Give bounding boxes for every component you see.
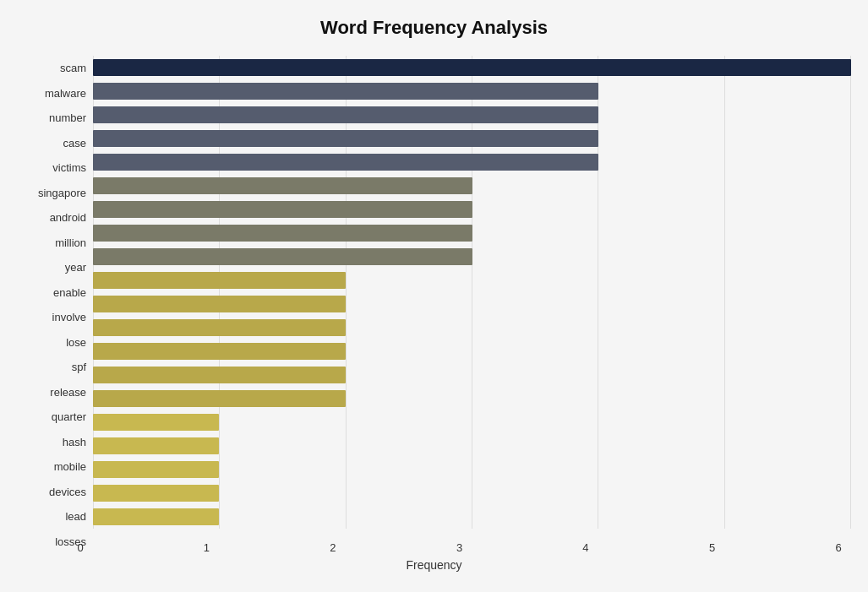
x-tick-0: 0 [68,541,93,554]
y-label-million: million [55,231,86,256]
y-label-year: year [65,255,86,280]
bar-row-singapore [93,174,851,198]
x-axis-labels: 0123456 [93,529,851,554]
x-tick-6: 6 [826,541,851,554]
bar-row-involve [93,292,851,316]
y-label-android: android [50,205,86,231]
bar-spf [93,343,346,360]
y-label-enable: enable [53,280,86,306]
y-label-hash: hash [63,430,86,455]
bar-mobile [93,437,219,454]
bars-container [93,56,851,529]
chart-area: scammalwarenumbercasevictimssingaporeand… [17,56,851,554]
bar-lead [93,485,219,502]
bar-row-lose [93,316,851,339]
x-axis-title: Frequency [17,558,851,572]
bar-row-lead [93,481,851,505]
bar-row-case [93,127,851,150]
bar-losses [93,508,219,525]
bar-quarter [93,390,346,407]
bar-row-malware [93,79,851,103]
y-label-number: number [49,106,86,131]
bar-row-enable [93,269,851,292]
bar-row-android [93,198,851,221]
y-axis: scammalwarenumbercasevictimssingaporeand… [17,56,93,554]
bar-row-devices [93,458,851,481]
bar-year [93,248,472,265]
bar-lose [93,319,346,336]
chart-title: Word Frequency Analysis [17,17,851,39]
bar-row-release [93,363,851,387]
bar-row-victims [93,150,851,174]
bar-scam [93,59,851,76]
x-tick-1: 1 [194,541,219,554]
bar-row-scam [93,56,851,79]
y-label-release: release [50,380,86,405]
chart-container: Word Frequency Analysis scammalwarenumbe… [0,0,868,592]
y-label-case: case [63,131,86,156]
bar-victims [93,154,598,171]
bar-involve [93,296,346,312]
y-label-lead: lead [65,504,86,530]
y-label-quarter: quarter [52,405,86,430]
y-label-devices: devices [49,480,86,505]
y-label-scam: scam [60,56,86,81]
x-tick-3: 3 [447,541,472,554]
bar-row-million [93,221,851,245]
bar-row-mobile [93,434,851,458]
bar-case [93,130,598,147]
bar-android [93,201,472,218]
bar-row-quarter [93,387,851,410]
bars-and-grid: 0123456 [93,56,851,554]
y-label-malware: malware [45,81,86,106]
y-label-spf: spf [72,355,86,380]
bar-enable [93,272,346,289]
bar-row-losses [93,505,851,529]
x-tick-4: 4 [573,541,598,554]
bar-malware [93,83,598,100]
bar-hash [93,414,219,431]
bar-million [93,225,472,242]
bar-devices [93,461,219,478]
bar-number [93,106,598,123]
y-label-involve: involve [52,305,86,330]
bar-row-hash [93,410,851,434]
y-label-victims: victims [52,155,86,181]
bar-release [93,367,346,383]
bar-singapore [93,177,472,194]
x-tick-5: 5 [700,541,725,554]
y-label-lose: lose [66,330,86,356]
bar-row-year [93,245,851,269]
bar-row-number [93,103,851,127]
y-label-singapore: singapore [38,181,86,206]
bar-row-spf [93,339,851,363]
y-label-mobile: mobile [54,454,86,480]
x-tick-2: 2 [320,541,346,554]
